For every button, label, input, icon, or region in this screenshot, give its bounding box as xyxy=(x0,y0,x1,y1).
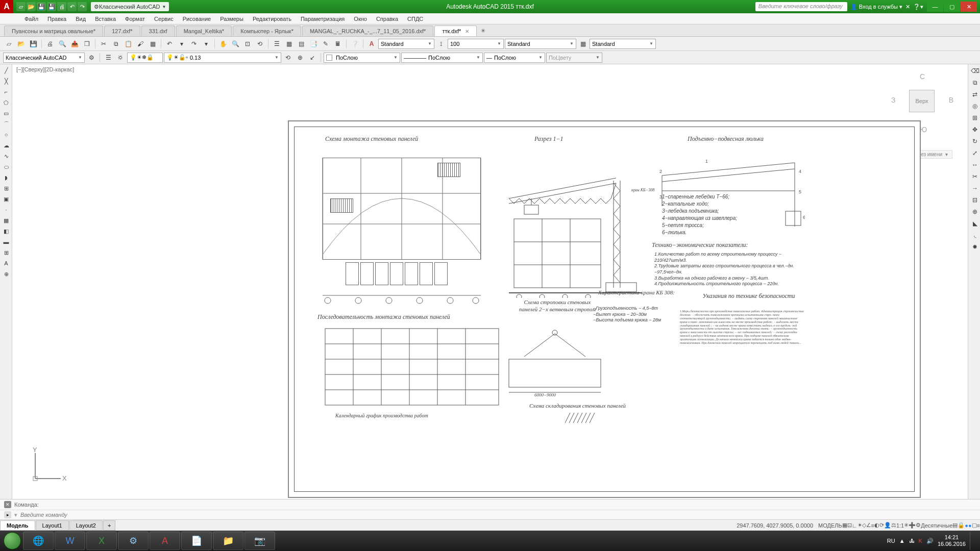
layer-match-icon[interactable]: ↙ xyxy=(307,52,318,63)
scale-icon[interactable]: ⤢ xyxy=(969,147,980,159)
layout2-tab[interactable]: Layout2 xyxy=(69,520,103,531)
help-icon[interactable]: ❔▾ xyxy=(913,4,923,10)
command-input[interactable] xyxy=(20,512,976,518)
hw-accel-icon[interactable]: ● xyxy=(965,522,968,529)
viewcube-east[interactable]: В xyxy=(949,96,953,104)
close-tab-icon[interactable]: ✕ xyxy=(465,29,469,34)
ellipsearc-icon[interactable]: ◗ xyxy=(1,172,11,183)
ws-switch-icon[interactable]: ⚙ xyxy=(916,522,921,529)
viewport-controls[interactable]: [−][Сверху][2D-каркас] xyxy=(16,66,74,72)
plotstyle-combo[interactable]: ПоЦвету▼ xyxy=(546,53,602,63)
ellipse-icon[interactable]: ⬭ xyxy=(1,162,11,172)
grid-toggle-icon[interactable]: ▦ xyxy=(842,522,847,529)
revcloud-icon[interactable]: ☁ xyxy=(1,140,11,151)
ws-settings-icon[interactable]: ⚙ xyxy=(86,52,97,63)
annovis-icon[interactable]: ✳ xyxy=(904,522,909,529)
hatch-icon[interactable]: ▦ xyxy=(1,215,11,226)
menu-file[interactable]: Файл xyxy=(20,14,42,23)
menu-parametric[interactable]: Параметризация xyxy=(297,14,349,23)
signin-link[interactable]: 👤 Вход в службы ▾ xyxy=(850,4,902,10)
help-search-input[interactable]: Введите ключевое слово/фразу xyxy=(755,2,847,11)
markup-icon[interactable]: ✎ xyxy=(320,38,331,49)
polar-toggle-icon[interactable]: ✶ xyxy=(857,522,862,529)
tray-lang[interactable]: RU xyxy=(887,538,895,544)
textstyle-a-icon[interactable]: A xyxy=(366,38,377,49)
doc-tab[interactable]: Компьютер - Ярлык* xyxy=(233,26,301,36)
menu-spds[interactable]: СПДС xyxy=(403,14,427,23)
otrack-toggle-icon[interactable]: ∠ xyxy=(866,522,871,529)
extend-icon[interactable]: → xyxy=(969,183,980,194)
model-tab[interactable]: Модель xyxy=(0,520,35,531)
menu-tools[interactable]: Сервис xyxy=(150,14,178,23)
open-icon[interactable]: 📂 xyxy=(15,38,27,49)
textstyle-selector[interactable]: Standard▼ xyxy=(378,39,434,49)
polygon-icon[interactable]: ⬠ xyxy=(1,97,11,108)
tablestyle-selector[interactable]: Standard▼ xyxy=(590,39,656,49)
task-acrobat[interactable]: 📄 xyxy=(181,532,212,550)
layer-prev-icon[interactable]: ⟲ xyxy=(282,52,293,63)
tray-net-icon[interactable]: 🖧 xyxy=(909,538,915,544)
mtext-icon[interactable]: A xyxy=(1,258,11,268)
close-button[interactable]: ✕ xyxy=(961,2,977,12)
drawing-canvas[interactable]: [−][Сверху][2D-каркас] С Ю В З Верх Без … xyxy=(12,64,968,499)
annoauto-icon[interactable]: ➕ xyxy=(909,522,916,529)
tablestyle-icon[interactable]: ▦ xyxy=(577,38,589,49)
tray-flag-icon[interactable]: ▲ xyxy=(899,538,905,544)
menu-draw[interactable]: Рисование xyxy=(179,14,215,23)
redo-icon[interactable]: ↷ xyxy=(188,38,200,49)
pan-icon[interactable]: ✋ xyxy=(217,38,229,49)
menu-modify[interactable]: Редактировать xyxy=(249,14,296,23)
addselected-icon[interactable]: ⊕ xyxy=(1,269,11,279)
menu-insert[interactable]: Вставка xyxy=(91,14,120,23)
saveas-icon[interactable]: 💾 xyxy=(47,2,56,11)
viewcube-west[interactable]: З xyxy=(891,96,895,104)
annoscale-selector[interactable]: 100▼ xyxy=(448,39,504,49)
add-layout-button[interactable]: + xyxy=(103,520,115,531)
circle-icon[interactable]: ○ xyxy=(1,130,11,140)
menu-view[interactable]: Вид xyxy=(71,14,90,23)
redo-icon[interactable]: ↷ xyxy=(78,2,87,11)
units-label[interactable]: Десятичные xyxy=(921,522,952,529)
dc-icon[interactable]: ▦ xyxy=(283,38,295,49)
array-icon[interactable]: ⊞ xyxy=(969,112,980,123)
menu-format[interactable]: Формат xyxy=(121,14,149,23)
tp-icon[interactable]: ▤ xyxy=(296,38,307,49)
tray-vol-icon[interactable]: 🔊 xyxy=(926,538,934,544)
workspace-selector[interactable]: ⚙Классический AutoCAD▼ xyxy=(91,2,169,11)
undo-drop-icon[interactable]: ▾ xyxy=(176,38,187,49)
qnew-icon[interactable]: ▱ xyxy=(3,38,14,49)
join-icon[interactable]: ⊕ xyxy=(969,206,980,217)
save-icon[interactable]: 💾 xyxy=(28,38,39,49)
spline-icon[interactable]: ∿ xyxy=(1,151,11,161)
mirror-icon[interactable]: ⇄ xyxy=(969,89,980,100)
redo-drop-icon[interactable]: ▾ xyxy=(201,38,212,49)
offset-icon[interactable]: ◎ xyxy=(969,101,980,112)
region-icon[interactable]: ▬ xyxy=(1,237,11,247)
task-device[interactable]: 📷 xyxy=(244,532,275,550)
chamfer-icon[interactable]: ◣ xyxy=(969,218,980,229)
point-icon[interactable]: · xyxy=(1,205,11,215)
menu-dimension[interactable]: Размеры xyxy=(216,14,248,23)
blockeditor-icon[interactable]: ▦ xyxy=(147,38,158,49)
plot-icon[interactable]: 🖨 xyxy=(57,2,66,11)
zoom-win-icon[interactable]: ⊡ xyxy=(242,38,253,49)
layer-state-icon[interactable]: ⛭ xyxy=(115,52,126,63)
layer-state-combo[interactable]: 💡☀❄🔒 xyxy=(127,53,163,63)
qcalc-icon[interactable]: 🖩 xyxy=(332,38,344,49)
menu-edit[interactable]: Правка xyxy=(43,14,70,23)
doc-tab[interactable]: 127.dxf* xyxy=(104,26,140,36)
plot-icon[interactable]: 🖨 xyxy=(44,38,56,49)
doc-tab[interactable]: Mangal_Keltika* xyxy=(176,26,232,36)
space-label[interactable]: МОДЕЛЬ xyxy=(818,522,842,529)
workspace-combo[interactable]: Классический AutoCAD▼ xyxy=(3,53,85,63)
undo-icon[interactable]: ↶ xyxy=(164,38,175,49)
block-icon[interactable]: ▣ xyxy=(1,194,11,204)
iso-icon[interactable]: ● xyxy=(968,522,972,529)
dimstyle-icon[interactable]: ⟟ xyxy=(435,38,447,49)
copy-icon[interactable]: ⧉ xyxy=(110,38,121,49)
lineweight-combo[interactable]: — ПоСлою▼ xyxy=(484,53,545,63)
qp-icon[interactable]: ▤ xyxy=(952,522,958,529)
layout1-tab[interactable]: Layout1 xyxy=(36,520,69,531)
publish-icon[interactable]: 📤 xyxy=(69,38,80,49)
trim-icon[interactable]: ✂ xyxy=(969,171,980,182)
